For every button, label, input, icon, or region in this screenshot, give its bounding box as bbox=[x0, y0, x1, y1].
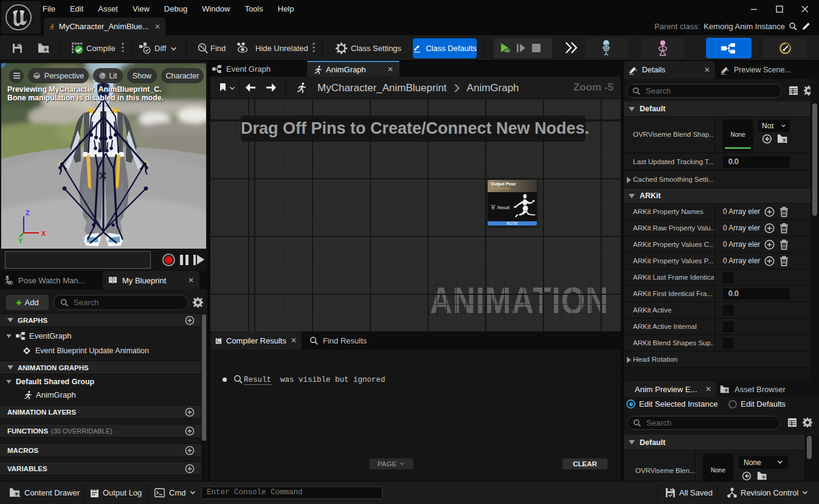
svg-text:Y: Y bbox=[18, 237, 23, 244]
svg-text:Z: Z bbox=[26, 209, 30, 216]
svg-text:X: X bbox=[41, 230, 46, 237]
